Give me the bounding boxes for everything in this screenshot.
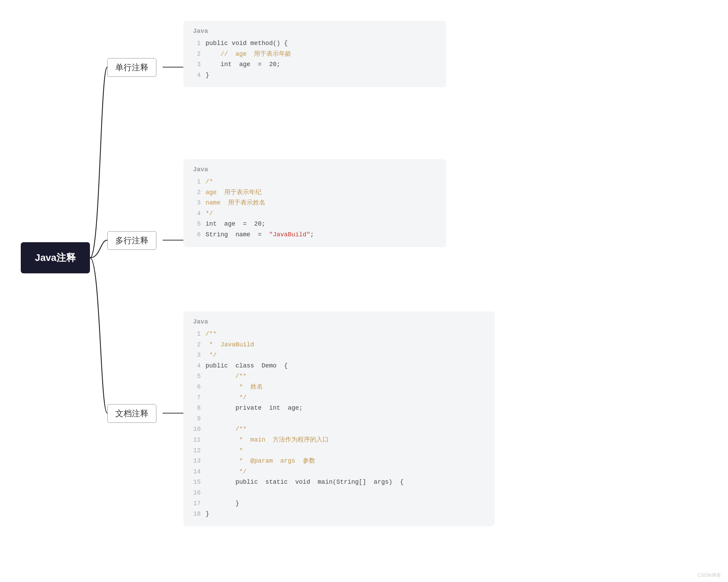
lang-label-multi: Java [193,166,437,173]
lang-label-single: Java [193,28,437,35]
central-node: Java注释 [21,242,90,273]
central-label: Java注释 [35,251,76,264]
code-block-multi: 1/* 2age 用于表示年纪 3name 用于表示姓名 4*/ 5int ag… [193,176,437,240]
code-block-single: 1public void method() { 2 // age 用于表示年龄 … [193,38,437,80]
code-panel-multi: Java 1/* 2age 用于表示年纪 3name 用于表示姓名 4*/ 5i… [183,159,446,247]
branch-label-doc: 文档注释 [107,404,156,423]
code-block-doc: 1/** 2 * JavaBuild 3 */ 4public class De… [193,329,485,519]
code-panel-single: Java 1public void method() { 2 // age 用于… [183,21,446,87]
code-panel-doc: Java 1/** 2 * JavaBuild 3 */ 4public cla… [183,311,495,526]
watermark: CSDN博客 [698,572,721,579]
branch-label-multi: 多行注释 [107,231,156,250]
lang-label-doc: Java [193,318,485,325]
branch-label-single: 单行注释 [107,58,156,77]
page-container: Java注释 单行注释 多行注释 文档注释 Java 1public void … [0,0,728,582]
